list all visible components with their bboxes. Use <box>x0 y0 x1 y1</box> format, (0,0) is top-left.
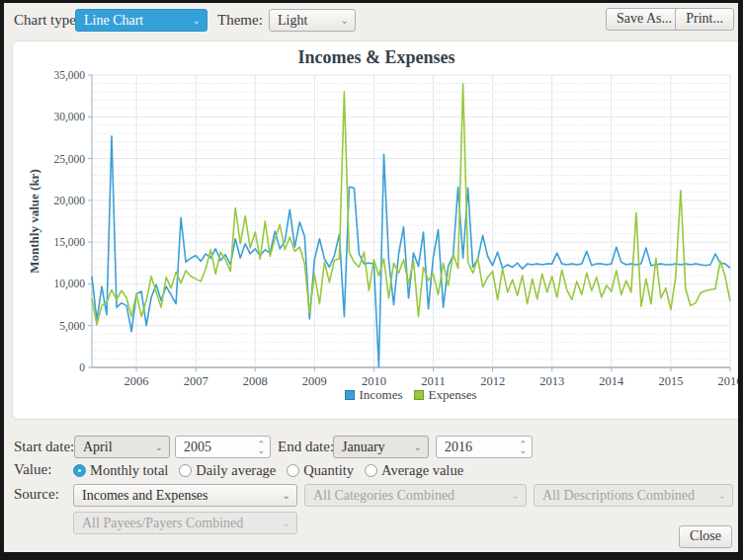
payees-select: All Payees/Payers Combined ⌄ <box>73 512 297 534</box>
start-year-spinner[interactable]: 2005 ⌃⌄ <box>175 436 271 458</box>
chart-title: Incomes & Expenses <box>13 47 740 68</box>
radio-quantity[interactable]: Quantity <box>287 462 354 479</box>
line-chart: 05,00010,00015,00020,00025,00030,00035,0… <box>13 41 742 420</box>
value-label: Value: <box>14 461 51 478</box>
end-month-select[interactable]: January ⌄ <box>333 436 429 458</box>
radio-monthly-total[interactable]: Monthly total <box>73 462 168 479</box>
x-tick-label: 2014 <box>599 374 624 388</box>
chart-type-select[interactable]: Line Chart ⌄ <box>75 9 207 32</box>
chart-panel: Incomes & Expenses Monthly value (kr) 05… <box>12 40 741 420</box>
end-year-spinner[interactable]: 2016 ⌃⌄ <box>436 436 533 458</box>
legend-swatch-icon <box>414 390 424 400</box>
y-tick-label: 5,000 <box>59 320 85 333</box>
y-tick-label: 35,000 <box>53 69 85 82</box>
end-month-value: January <box>342 440 385 455</box>
x-tick-label: 2015 <box>658 374 683 388</box>
chevron-down-icon: ⌄ <box>718 491 726 501</box>
theme-label: Theme: <box>217 12 263 29</box>
chevron-down-icon: ⌄ <box>512 491 520 501</box>
radio-label: Monthly total <box>90 462 168 479</box>
end-year-value: 2016 <box>445 440 472 455</box>
radio-icon <box>365 464 377 477</box>
legend-label: Expenses <box>428 387 476 403</box>
y-tick-label: 25,000 <box>53 153 85 166</box>
descriptions-select: All Descriptions Combined ⌄ <box>534 484 733 507</box>
x-tick-label: 2013 <box>539 374 564 388</box>
chart-type-label: Chart type: <box>14 12 80 29</box>
legend-item-expenses: Expenses <box>414 387 476 403</box>
x-tick-label: 2016 <box>718 374 743 388</box>
x-tick-label: 2006 <box>124 374 149 388</box>
categories-select: All Categories Combined ⌄ <box>304 484 527 507</box>
source-label: Source: <box>14 486 59 503</box>
radio-average-value[interactable]: Average value <box>365 462 463 479</box>
end-date-label: End date: <box>278 439 334 455</box>
radio-label: Quantity <box>303 462 354 479</box>
radio-icon <box>179 464 192 477</box>
chevron-down-icon: ⌄ <box>193 16 201 26</box>
x-tick-label: 2010 <box>362 374 386 388</box>
save-as-button[interactable]: Save As... <box>606 8 683 31</box>
spinner-arrows-icon[interactable]: ⌃⌄ <box>519 441 527 453</box>
y-tick-label: 10,000 <box>53 278 85 290</box>
source-select[interactable]: Incomes and Expenses ⌄ <box>73 484 297 507</box>
value-radio-group: Monthly total Daily average Quantity Ave… <box>73 461 463 479</box>
radio-label: Daily average <box>196 462 276 479</box>
y-axis-label: Monthly value (kr) <box>27 169 42 273</box>
start-year-value: 2005 <box>184 440 211 455</box>
y-tick-label: 0 <box>79 361 85 373</box>
start-month-value: April <box>83 440 113 455</box>
radio-label: Average value <box>381 462 463 479</box>
legend-item-incomes: Incomes <box>345 387 402 403</box>
chart-legend: IncomesExpenses <box>92 387 730 403</box>
y-tick-label: 20,000 <box>53 195 85 207</box>
print-button[interactable]: Print... <box>675 8 734 31</box>
x-tick-label: 2011 <box>421 374 446 388</box>
payees-value: All Payees/Payers Combined <box>82 516 243 531</box>
radio-icon <box>73 464 86 477</box>
chart-dialog-window: Chart type: Line Chart ⌄ Theme: Light ⌄ … <box>0 0 743 560</box>
theme-value: Light <box>278 13 307 29</box>
start-date-label: Start date: <box>14 439 74 455</box>
theme-select[interactable]: Light ⌄ <box>269 9 356 32</box>
legend-swatch-icon <box>345 390 355 400</box>
descriptions-value: All Descriptions Combined <box>542 488 695 504</box>
y-tick-label: 30,000 <box>53 111 85 123</box>
expenses-line <box>92 84 730 325</box>
chevron-down-icon: ⌄ <box>283 491 290 501</box>
spinner-arrows-icon[interactable]: ⌃⌄ <box>257 441 265 453</box>
radio-icon <box>287 464 299 477</box>
chevron-down-icon: ⌄ <box>341 16 349 26</box>
x-tick-label: 2007 <box>184 374 208 388</box>
chevron-down-icon: ⌄ <box>414 442 422 452</box>
chevron-down-icon: ⌄ <box>283 519 290 528</box>
x-tick-label: 2009 <box>302 374 327 388</box>
categories-value: All Categories Combined <box>313 488 454 504</box>
close-button[interactable]: Close <box>679 525 732 548</box>
chart-type-value: Line Chart <box>84 13 143 29</box>
radio-daily-average[interactable]: Daily average <box>179 462 276 479</box>
y-tick-label: 15,000 <box>53 236 85 249</box>
chevron-down-icon: ⌄ <box>155 442 163 452</box>
start-month-select[interactable]: April ⌄ <box>74 436 170 458</box>
source-value: Incomes and Expenses <box>82 488 208 504</box>
x-tick-label: 2012 <box>480 374 505 388</box>
legend-label: Incomes <box>359 387 402 403</box>
x-tick-label: 2008 <box>243 374 268 388</box>
